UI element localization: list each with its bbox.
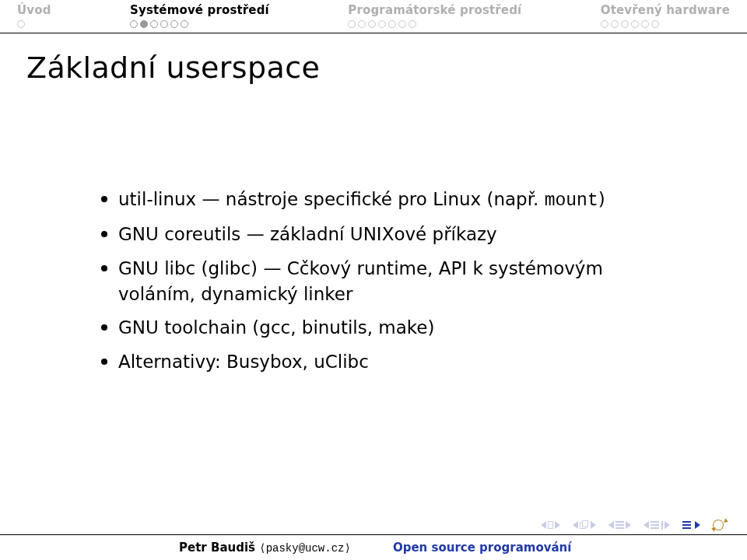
progress-dot-icon	[348, 20, 356, 28]
progress-dot-icon	[409, 20, 416, 28]
list-item: GNU toolchain (gcc, binutils, make)	[101, 315, 685, 341]
item-text: GNU libc (glibc) — Cčkový runtime, API k…	[118, 256, 685, 308]
list-item: util-linux — nástroje specifické pro Lin…	[101, 187, 685, 214]
author-email: ⟨pasky@ucw.cz⟩	[259, 542, 351, 555]
nav-label: Programátorské prostředí	[348, 3, 521, 17]
footer-author: Petr Baudiš ⟨pasky@ucw.cz⟩	[179, 541, 351, 555]
item-text: GNU coreutils — základní UNIXové příkazy	[118, 222, 685, 247]
progress-dot-icon	[388, 20, 396, 28]
nav-sec-systemove[interactable]: Systémové prostředí	[130, 3, 269, 28]
progress-dot-icon	[651, 20, 659, 28]
mono-text: mount	[545, 191, 598, 211]
list-item: Alternativy: Busybox, uClibc	[101, 349, 685, 375]
bullet-icon	[101, 324, 107, 331]
content-body: util-linux — nástroje specifické pro Lin…	[101, 187, 685, 383]
progress-dot-icon	[611, 20, 619, 28]
progress-dot-current-icon	[140, 20, 148, 28]
bullet-icon	[101, 359, 107, 365]
nav-dots	[130, 20, 188, 28]
nav-prev-frame-icon[interactable]	[573, 520, 596, 530]
footer-title: Open source programování	[393, 541, 572, 555]
progress-dot-icon	[17, 20, 25, 28]
progress-dot-icon	[160, 20, 168, 28]
progress-dot-icon	[631, 20, 639, 28]
text-run: util-linux — nástroje specifické pro Lin…	[118, 189, 545, 209]
author-name: Petr Baudiš	[179, 541, 259, 555]
nav-prev-subsection-icon[interactable]	[644, 521, 670, 530]
progress-dot-icon	[181, 20, 188, 28]
item-text: Alternativy: Busybox, uClibc	[118, 349, 685, 375]
bullet-icon	[101, 231, 107, 237]
progress-dot-icon	[398, 20, 406, 28]
progress-dot-icon	[601, 20, 608, 28]
nav-sec-programatorske[interactable]: Programátorské prostředí	[348, 3, 521, 28]
nav-prev-slide-icon[interactable]	[541, 521, 560, 529]
beamer-nav-symbols	[541, 520, 727, 530]
nav-doc-icon[interactable]	[682, 521, 700, 529]
section-nav: Úvod Systémové prostředí Programátorské …	[0, 0, 747, 28]
text-run: )	[598, 189, 605, 209]
progress-dot-icon	[641, 20, 649, 28]
header: Úvod Systémové prostředí Programátorské …	[0, 0, 747, 33]
item-text: util-linux — nástroje specifické pro Lin…	[118, 187, 685, 214]
list-item: GNU coreutils — základní UNIXové příkazy	[101, 222, 685, 247]
nav-dots	[348, 20, 416, 28]
nav-dots	[601, 20, 659, 28]
nav-label: Systémové prostředí	[130, 3, 269, 17]
progress-dot-icon	[368, 20, 376, 28]
bullet-icon	[101, 265, 107, 271]
progress-dot-icon	[150, 20, 158, 28]
nav-sec-hardware[interactable]: Otevřený hardware	[601, 3, 730, 28]
progress-dot-icon	[130, 20, 138, 28]
frame-title: Základní userspace	[0, 33, 747, 85]
nav-sec-uvod[interactable]: Úvod	[17, 3, 51, 28]
slide: Úvod Systémové prostředí Programátorské …	[0, 0, 747, 560]
nav-label: Úvod	[17, 3, 51, 17]
bullet-icon	[101, 196, 107, 202]
progress-dot-icon	[621, 20, 629, 28]
nav-label: Otevřený hardware	[601, 3, 730, 17]
progress-dot-icon	[358, 20, 366, 28]
nav-dots	[17, 20, 25, 28]
item-text: GNU toolchain (gcc, binutils, make)	[118, 315, 685, 341]
footer-row: Petr Baudiš ⟨pasky@ucw.cz⟩ Open source p…	[0, 535, 747, 560]
list-item: GNU libc (glibc) — Cčkový runtime, API k…	[101, 256, 685, 308]
nav-circular-icon[interactable]	[713, 520, 727, 530]
progress-dot-icon	[170, 20, 178, 28]
footer: Petr Baudiš ⟨pasky@ucw.cz⟩ Open source p…	[0, 534, 747, 560]
nav-prev-section-icon[interactable]	[608, 521, 631, 529]
progress-dot-icon	[378, 20, 386, 28]
